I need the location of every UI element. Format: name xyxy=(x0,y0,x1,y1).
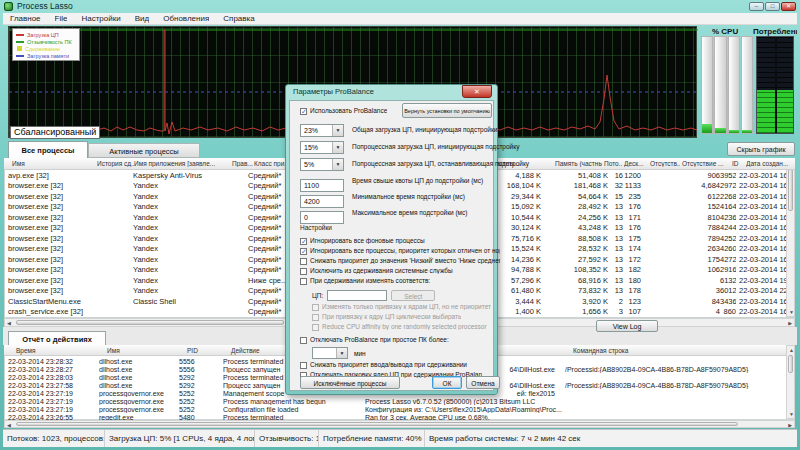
menu-item-file[interactable]: File xyxy=(55,14,68,23)
checkbox-icon[interactable]: ✓ xyxy=(300,248,307,255)
select-button: Select xyxy=(391,290,435,301)
checkbox-row[interactable]: ✓Игнорировать все фоновые процессы xyxy=(300,237,500,247)
close-icon[interactable]: ✕ xyxy=(781,2,796,11)
hide-graph-button[interactable]: Скрыть график xyxy=(727,142,795,156)
cpu-meter-label: % CPU xyxy=(712,27,752,36)
menu-bar: ГлавноеFileНастройкиВидОбновленияСправка xyxy=(3,13,797,25)
status-bar: Потоков: 1023, процессов: 67Загрузка ЦП:… xyxy=(3,429,797,447)
menu-item-справка[interactable]: Справка xyxy=(223,14,254,23)
checkbox-row: При привязку к ядру ЦП циклически выбира… xyxy=(312,313,491,323)
window-buttons: – □ ✕ xyxy=(749,2,796,11)
dashed-swatch-icon xyxy=(16,55,24,57)
col-app: Имя приложения [заявле... xyxy=(134,160,230,167)
col-handles: Деск... xyxy=(624,160,648,167)
checkbox-icon[interactable] xyxy=(300,362,307,369)
probalance-dialog[interactable]: Параметры ProBalance ✕ ✓Использовать Pro… xyxy=(285,84,498,395)
tab-all-processes[interactable]: Все процессы xyxy=(8,141,88,158)
col-id: ID xyxy=(732,160,744,167)
status-item: Время работы системы: 7 ч 2 мин 42 сек xyxy=(425,430,665,447)
log-col-pid: PID xyxy=(187,347,198,354)
ok-button[interactable]: ОК xyxy=(432,376,462,389)
app-icon xyxy=(4,2,13,11)
percent-combo[interactable]: 5%▼ xyxy=(300,158,344,171)
legend-item: Загрузка ЦП xyxy=(16,31,77,38)
legend-item: Загрузка памяти xyxy=(16,52,77,59)
tab-active-processes[interactable]: Активные процессы xyxy=(88,143,200,158)
input-row: 1100Время свыше квоты ЦП до подстройки (… xyxy=(300,174,495,190)
cpu-core-meters xyxy=(701,36,753,134)
cpu-affinity-row: ЦП: Select xyxy=(312,290,435,301)
checkbox-row[interactable]: ✓Игнорировать все процессы, приоритет ко… xyxy=(300,247,500,257)
cpu-label: ЦП: xyxy=(312,292,323,299)
menu-item-вид[interactable]: Вид xyxy=(135,14,149,23)
checkbox-icon[interactable]: ✓ xyxy=(300,238,307,245)
log-hscrollbar[interactable]: ◀ ▶ xyxy=(4,420,795,428)
cpu-core-bar xyxy=(728,36,740,134)
status-item: Потоков: 1023, процессов: 67 xyxy=(3,430,105,447)
col-created: Дата создан... xyxy=(746,160,796,167)
col-history: История сд... xyxy=(97,160,135,167)
minimize-icon[interactable]: – xyxy=(749,2,764,11)
cpu-core-bar xyxy=(741,36,753,134)
line-swatch-icon xyxy=(16,34,24,36)
checkbox-row[interactable]: При сдерживании изменять соответств: xyxy=(300,277,500,287)
log-col-name: Имя xyxy=(107,347,120,354)
checkbox-icon xyxy=(312,304,319,311)
checkbox-row[interactable]: Снижать приоритет до значения 'Низкий' в… xyxy=(300,257,500,267)
ms-input[interactable]: 0 xyxy=(300,211,344,224)
percent-combo[interactable]: 23%▼ xyxy=(300,124,344,137)
log-col-time: Время xyxy=(16,347,36,354)
menu-item-обновления[interactable]: Обновления xyxy=(163,14,209,23)
dialog-title: Параметры ProBalance xyxy=(293,87,374,96)
excluded-processes-button[interactable]: Исключённые процессы xyxy=(300,376,400,389)
log-row[interactable]: 22-03-2014 23:27:19processgovernor.exe52… xyxy=(4,397,795,405)
menu-item-главное[interactable]: Главное xyxy=(10,14,41,23)
idle-minutes-row: ▼ мин xyxy=(312,347,366,359)
title-bar[interactable]: Process Lasso – □ ✕ xyxy=(0,0,800,13)
col-rights: Прав... xyxy=(232,160,254,167)
status-item: Отзывчивость: 100% xyxy=(255,430,319,447)
cpu-affinity-input[interactable] xyxy=(327,290,387,301)
checkbox-row: Reduce CPU affinity by one randomly sele… xyxy=(312,323,491,333)
percent-combo[interactable]: 15%▼ xyxy=(300,141,344,154)
combo-row: 5%▼Попроцессная загрузка ЦП, останавлива… xyxy=(300,157,495,174)
checkbox-row[interactable]: Снижать приоритет ввода/вывода при сдерж… xyxy=(300,361,467,371)
legend-item: Сдерживание xyxy=(16,45,77,52)
menu-item-настройки[interactable]: Настройки xyxy=(81,14,120,23)
cpu-core-bar xyxy=(714,36,726,134)
log-col-cmdline: Командная строка xyxy=(573,347,628,354)
idle-minutes-combo[interactable]: ▼ xyxy=(312,347,348,359)
log-col-action: Действие xyxy=(231,347,260,354)
checkbox-icon xyxy=(312,324,319,331)
tab-actions-log[interactable]: Отчёт о действиях xyxy=(8,331,106,345)
checkbox-icon[interactable]: ✓ xyxy=(300,108,307,115)
log-row[interactable]: 22-03-2014 23:27:19processgovernor.exe52… xyxy=(4,405,795,413)
cancel-button[interactable]: Отмена xyxy=(466,376,500,389)
idle-unit-label: мин xyxy=(354,350,366,357)
checkbox-row[interactable]: Отключать ProBalance при простое ПК боле… xyxy=(300,336,449,346)
window-title: Process Lasso xyxy=(17,1,73,11)
dialog-close-icon[interactable]: ✕ xyxy=(462,85,492,98)
checkbox-icon[interactable] xyxy=(300,337,307,344)
checkbox-row[interactable]: Исключить из сдерживания системные служб… xyxy=(300,267,500,277)
restore-defaults-button[interactable]: Вернуть установки по умолчанию xyxy=(402,103,492,118)
checkbox-icon[interactable] xyxy=(300,268,307,275)
log-vscrollbar[interactable]: ▲ ▼ xyxy=(786,345,795,419)
col-name: Имя xyxy=(12,160,92,167)
view-log-button[interactable]: View Log xyxy=(596,320,658,332)
checkbox-icon[interactable] xyxy=(300,278,307,285)
legend-item: Отзывчивость ПК xyxy=(16,38,77,45)
checkbox-icon xyxy=(312,314,319,321)
chevron-down-icon: ▼ xyxy=(332,142,343,153)
input-row: 4200Минимальное время подстройки (мс) xyxy=(300,190,495,206)
checkbox-icon[interactable] xyxy=(300,258,307,265)
memory-meter xyxy=(756,36,794,134)
col-absent1: Отсутств... xyxy=(650,160,680,167)
dialog-body: ✓Использовать ProBalance Вернуть установ… xyxy=(289,100,494,391)
maximize-icon[interactable]: □ xyxy=(765,2,780,11)
chevron-down-icon: ▼ xyxy=(336,348,347,358)
memory-meter-label: Потребление xyxy=(753,27,797,36)
chevron-down-icon: ▼ xyxy=(332,159,343,170)
checkbox-row[interactable]: ✓Использовать ProBalance xyxy=(300,107,387,117)
cpu-core-bar xyxy=(701,36,713,134)
